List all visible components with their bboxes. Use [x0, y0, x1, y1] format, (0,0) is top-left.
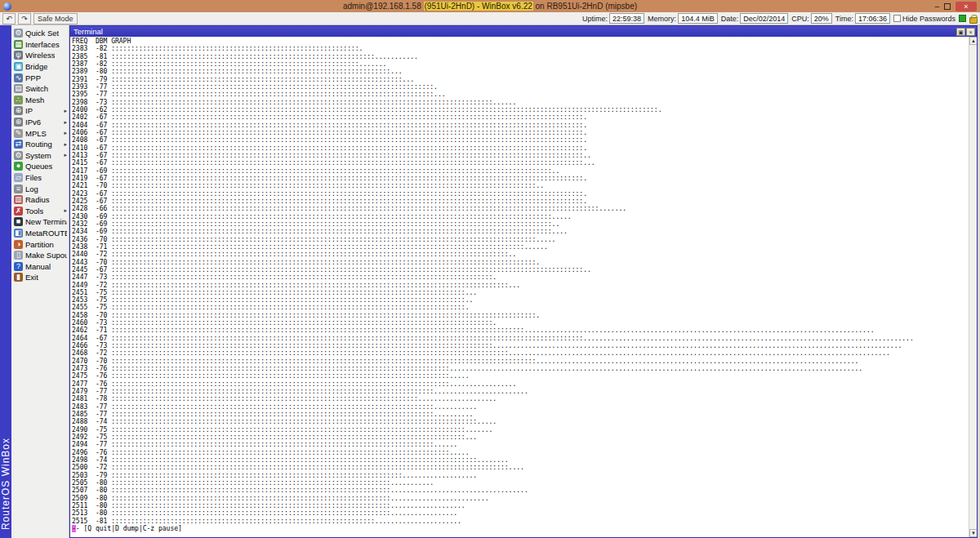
routing-icon: ⇄ [14, 140, 23, 149]
sidebar-item-label: Make Supout.rif [25, 251, 67, 260]
sidebar-item-quick-set[interactable]: ⚙Quick Set [11, 28, 69, 39]
sidebar-item-queues[interactable]: ●Queues [11, 161, 69, 172]
lock-icon [969, 17, 978, 24]
terminal-close-button[interactable]: × [966, 28, 975, 36]
radius-icon: ▥ [14, 195, 23, 204]
sidebar-item-label: Manual [25, 262, 51, 271]
brand-strip: RouterOS WinBox [0, 25, 11, 538]
submenu-arrow-icon: ▸ [64, 130, 67, 136]
ipv6-icon: ⊛ [14, 118, 23, 127]
sidebar-item-label: IPv6 [25, 118, 41, 127]
tools-icon: ✗ [14, 207, 23, 216]
sidebar-item-system[interactable]: ⚙System▸ [11, 150, 69, 162]
sidebar-item-make-supout-rif[interactable]: ▯Make Supout.rif [11, 250, 69, 261]
submenu-arrow-icon: ▸ [64, 141, 67, 148]
submenu-arrow-icon: ▸ [64, 119, 67, 126]
quickset-icon: ⚙ [14, 29, 23, 38]
sidebar-item-label: Bridge [25, 62, 47, 71]
sidebar-item-label: Routing [25, 140, 52, 149]
status-field-value: 104.4 MiB [678, 13, 718, 24]
files-icon: ▱ [14, 173, 23, 182]
manual-icon: ? [14, 262, 23, 271]
sidebar-item-label: IP [25, 106, 33, 115]
toolbar: ↶ ↷ Safe Mode Uptime:22:59:38Memory:104.… [0, 12, 980, 25]
sidebar-item-label: Queues [25, 162, 52, 171]
sidebar-item-label: Interfaces [25, 40, 60, 49]
maximize-button[interactable] [944, 3, 951, 10]
sidebar-item-files[interactable]: ▱Files [11, 172, 69, 184]
sidebar-item-label: New Terminal [25, 217, 67, 226]
window-title-prefix: admin@192.168.1.58 [343, 2, 424, 11]
sidebar-item-label: Switch [25, 84, 48, 93]
sidebar-item-mpls[interactable]: ✎MPLS▸ [11, 127, 69, 139]
sidebar-item-exit[interactable]: ▮Exit [11, 272, 69, 283]
mesh-icon: ∴ [14, 96, 23, 104]
sidebar-item-ppp[interactable]: ∿PPP [11, 72, 69, 83]
sidebar-item-label: MetaROUTER [25, 229, 67, 238]
sidebar-item-label: Mesh [25, 96, 44, 104]
sidebar-item-manual[interactable]: ?Manual [11, 260, 69, 272]
sidebar: ⚙Quick Set▦InterfacesψWireless▣Bridge∿PP… [11, 25, 69, 538]
terminal-titlebar[interactable]: Terminal ▣ × [70, 26, 977, 37]
window-titlebar: admin@192.168.1.58 (951Ui-2HnD) - WinBox… [0, 0, 980, 12]
sidebar-item-ipv6[interactable]: ⊛IPv6▸ [11, 117, 69, 128]
sidebar-item-bridge[interactable]: ▣Bridge [11, 61, 69, 73]
hide-passwords-checkbox[interactable] [893, 15, 901, 22]
sidebar-item-label: Tools [25, 207, 43, 216]
sidebar-item-routing[interactable]: ⇄Routing▸ [11, 139, 69, 150]
sidebar-item-radius[interactable]: ▥Radius [11, 194, 69, 206]
sidebar-item-label: Exit [25, 273, 38, 282]
supout-icon: ▯ [14, 251, 23, 260]
window-title-suffix: on RB951Ui-2HnD (mipsbe) [533, 2, 637, 11]
status-field: Date:Dec/02/2014 [721, 13, 789, 24]
sidebar-item-label: Partition [25, 240, 54, 249]
terminal-title: Terminal [74, 27, 103, 36]
terminal-prompt: - [Q quit|D dump|C-z pause] [76, 525, 182, 532]
minimize-button[interactable]: – [934, 2, 939, 11]
submenu-arrow-icon: ▸ [64, 152, 67, 158]
submenu-arrow-icon: ▸ [64, 207, 67, 214]
sidebar-item-interfaces[interactable]: ▦Interfaces [11, 39, 69, 51]
sidebar-item-new-terminal[interactable]: ■New Terminal [11, 216, 69, 228]
sidebar-item-switch[interactable]: ▤Switch [11, 83, 69, 95]
sidebar-item-partition[interactable]: ◑Partition [11, 238, 69, 250]
status-field-label: CPU: [791, 15, 809, 23]
hide-passwords-field: Hide Passwords [893, 15, 956, 23]
interfaces-icon: ▦ [14, 40, 23, 49]
sidebar-item-ip[interactable]: ⊕IP▸ [11, 105, 69, 117]
winbox-app-icon [3, 2, 11, 11]
sidebar-item-mesh[interactable]: ∴Mesh [11, 95, 69, 106]
ppp-icon: ∿ [14, 73, 23, 82]
status-field-value: Dec/02/2014 [740, 13, 788, 24]
sidebar-item-label: Wireless [25, 51, 55, 60]
status-field: Memory:104.4 MiB [648, 13, 718, 24]
status-field-label: Date: [721, 15, 739, 23]
terminal-icon: ■ [14, 217, 23, 226]
sidebar-item-log[interactable]: ≡Log [11, 183, 69, 194]
sidebar-item-label: Files [25, 173, 42, 182]
log-icon: ≡ [14, 185, 23, 193]
sidebar-item-wireless[interactable]: ψWireless [11, 50, 69, 61]
brand-vertical-text: RouterOS WinBox [0, 438, 11, 530]
status-field-value: 22:59:38 [609, 13, 644, 24]
window-title: admin@192.168.1.58 (951Ui-2HnD) - WinBox… [0, 2, 980, 11]
undo-button[interactable]: ↶ [2, 13, 16, 24]
queues-icon: ● [14, 162, 23, 171]
sidebar-item-label: Quick Set [25, 29, 59, 38]
close-button[interactable]: × [956, 2, 977, 11]
scroll-down-icon[interactable]: ▼ [969, 529, 977, 537]
bridge-icon: ▣ [14, 62, 23, 71]
terminal-body[interactable]: FREQ DBM GRAPH 2383 -82 ::::::::::::::::… [70, 37, 977, 537]
sidebar-item-tools[interactable]: ✗Tools▸ [11, 206, 69, 217]
partition-icon: ◑ [14, 240, 23, 249]
terminal-scrollbar[interactable]: ▲ ▼ [969, 37, 977, 537]
safe-mode-button[interactable]: Safe Mode [33, 13, 78, 24]
status-field-value: 17:06:36 [855, 13, 890, 24]
redo-button[interactable]: ↷ [18, 13, 31, 24]
sidebar-item-label: Log [25, 185, 38, 193]
sidebar-item-metarouter[interactable]: ◧MetaROUTER [11, 228, 69, 239]
terminal-restore-button[interactable]: ▣ [956, 28, 965, 36]
status-field-label: Memory: [648, 15, 676, 23]
submenu-arrow-icon: ▸ [64, 108, 67, 114]
scroll-up-icon[interactable]: ▲ [969, 37, 977, 45]
